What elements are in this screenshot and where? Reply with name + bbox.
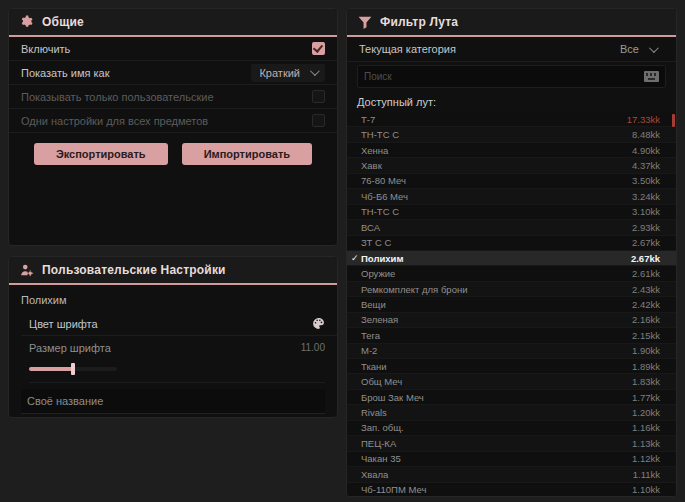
loot-item-value: 3.10kk bbox=[632, 206, 660, 217]
custom-settings-header: Пользовательские Настройки bbox=[9, 257, 337, 285]
search-placeholder: Поиск bbox=[364, 71, 392, 82]
export-button[interactable]: Экспортировать bbox=[34, 143, 168, 165]
loot-row[interactable]: ЗТ С С2.67kk bbox=[347, 236, 676, 251]
loot-row[interactable]: ТН-ТС С8.48kk bbox=[347, 127, 676, 142]
setting-label: Показать имя как bbox=[21, 67, 110, 79]
selected-item-label: Полихим bbox=[9, 285, 337, 312]
setting-row-only-custom: Показывать только пользовательские bbox=[9, 85, 337, 109]
loot-item-value: 1.11kk bbox=[633, 469, 660, 480]
export-import-row: Экспортировать Импортировать bbox=[9, 133, 337, 165]
general-panel: Общие Включить Показать имя как Краткий … bbox=[8, 8, 338, 246]
loot-row[interactable]: Оружие2.61kk bbox=[347, 266, 676, 281]
loot-item-name: ТН-ТС С bbox=[361, 206, 632, 217]
loot-item-value: 2.42kk bbox=[632, 299, 660, 310]
general-panel-header: Общие bbox=[9, 9, 337, 37]
loot-row[interactable]: Чб-110ПМ Меч1.10kk bbox=[347, 483, 676, 498]
loot-row[interactable]: 76-80 Меч3.50kk bbox=[347, 174, 676, 189]
slider-handle[interactable] bbox=[71, 363, 75, 375]
slider-fill bbox=[29, 367, 73, 371]
loot-row[interactable]: ТН-ТС С3.10kk bbox=[347, 205, 676, 220]
loot-item-value: 3.50kk bbox=[632, 175, 660, 186]
loot-item-name: ТН-ТС С bbox=[361, 129, 632, 140]
loot-row[interactable]: Хавк4.37kk bbox=[347, 158, 676, 173]
loot-item-value: 3.24kk bbox=[632, 191, 660, 202]
panel-title-general: Общие bbox=[42, 15, 84, 29]
loot-item-value: 1.12kk bbox=[632, 453, 660, 464]
loot-row[interactable]: Т-717.33kk bbox=[347, 112, 676, 127]
loot-item-value: 1.10kk bbox=[632, 484, 660, 495]
loot-item-value: 1.13kk bbox=[632, 438, 660, 449]
loot-item-value: 1.20kk bbox=[632, 407, 660, 418]
category-label: Текущая категория bbox=[359, 43, 456, 55]
font-color-label: Цвет шрифта bbox=[29, 318, 98, 330]
loot-item-name: Чб-110ПМ Меч bbox=[361, 484, 632, 495]
gear-icon bbox=[19, 15, 34, 30]
loot-item-name: ВСА bbox=[361, 222, 632, 233]
loot-item-name: Оружие bbox=[361, 268, 632, 279]
loot-item-name: Хенна bbox=[361, 145, 632, 156]
category-dropdown[interactable]: Все bbox=[612, 40, 664, 58]
setting-label: Одни настройки для всех предметов bbox=[21, 115, 208, 127]
loot-item-value: 2.16kk bbox=[632, 314, 660, 325]
palette-icon[interactable] bbox=[312, 317, 325, 330]
custom-name-input[interactable]: Своё название bbox=[21, 389, 325, 414]
search-input[interactable]: Поиск bbox=[357, 65, 666, 88]
loot-row[interactable]: Rivals1.20kk bbox=[347, 405, 676, 420]
category-row: Текущая категория Все bbox=[347, 37, 676, 62]
check-icon: ✓ bbox=[351, 253, 361, 263]
loot-row[interactable]: Зеленая2.16kk bbox=[347, 313, 676, 328]
loot-item-value: 1.16kk bbox=[632, 422, 660, 433]
keyboard-icon[interactable] bbox=[644, 71, 659, 82]
loot-item-name: ЗТ С С bbox=[361, 237, 632, 248]
chevron-down-icon bbox=[310, 66, 320, 76]
import-button[interactable]: Импортировать bbox=[182, 143, 312, 165]
loot-item-value: 1.77kk bbox=[632, 392, 660, 403]
loot-item-value: 1.90kk bbox=[632, 345, 660, 356]
setting-label: Показывать только пользовательские bbox=[21, 91, 214, 103]
loot-list-caption: Доступный лут: bbox=[347, 88, 676, 112]
loot-row[interactable]: Общ Меч1.83kk bbox=[347, 374, 676, 389]
loot-row[interactable]: ПЕЦ-КА1.13kk bbox=[347, 436, 676, 451]
funnel-icon bbox=[357, 15, 372, 30]
enable-checkbox[interactable] bbox=[312, 42, 325, 55]
loot-row[interactable]: ВСА2.93kk bbox=[347, 220, 676, 235]
loot-row[interactable]: М-21.90kk bbox=[347, 344, 676, 359]
loot-filter-header: Фильтр Лута bbox=[347, 9, 676, 37]
same-settings-checkbox[interactable] bbox=[312, 114, 325, 127]
loot-row[interactable]: ✓Полихим2.67kk bbox=[347, 251, 676, 266]
panel-title-custom: Пользовательские Настройки bbox=[42, 263, 226, 277]
loot-item-value: 2.43kk bbox=[632, 284, 660, 295]
loot-row[interactable]: Зап. общ.1.16kk bbox=[347, 421, 676, 436]
setting-row-same-settings: Одни настройки для всех предметов bbox=[9, 109, 337, 133]
loot-item-value: 17.33kk bbox=[627, 114, 660, 125]
loot-list: Т-717.33kkТН-ТС С8.48kkХенна4.90kkХавк4.… bbox=[347, 112, 676, 497]
loot-item-name: Тега bbox=[361, 330, 632, 341]
only-custom-checkbox[interactable] bbox=[312, 90, 325, 103]
loot-row[interactable]: Хвала1.11kk bbox=[347, 467, 676, 482]
loot-item-value: 2.67kk bbox=[631, 253, 660, 264]
scrollbar-thumb[interactable] bbox=[672, 114, 675, 127]
font-size-row: Размер шрифта 11.00 bbox=[21, 336, 337, 359]
loot-item-name: Полихим bbox=[361, 253, 631, 264]
loot-item-name: М-2 bbox=[361, 345, 632, 356]
loot-item-name: Хавк bbox=[361, 160, 632, 171]
category-value: Все bbox=[620, 43, 639, 55]
font-size-slider[interactable] bbox=[29, 364, 117, 374]
custom-settings-body: Полихим Цвет шрифта Размер шрифта 11.00 … bbox=[9, 285, 337, 418]
loot-row[interactable]: Ремкомплект для брони2.43kk bbox=[347, 282, 676, 297]
loot-row[interactable]: Брош Зак Меч1.77kk bbox=[347, 390, 676, 405]
loot-item-name: ПЕЦ-КА bbox=[361, 438, 632, 449]
loot-item-name: 76-80 Меч bbox=[361, 175, 632, 186]
loot-row[interactable]: Вещи2.42kk bbox=[347, 297, 676, 312]
loot-item-name: Брош Зак Меч bbox=[361, 392, 632, 403]
loot-row[interactable]: Ткани1.89kk bbox=[347, 359, 676, 374]
loot-row[interactable]: Чб-Б6 Меч3.24kk bbox=[347, 189, 676, 204]
loot-item-value: 8.48kk bbox=[632, 129, 660, 140]
loot-row[interactable]: Хенна4.90kk bbox=[347, 143, 676, 158]
loot-row[interactable]: Чакан 351.12kk bbox=[347, 452, 676, 467]
loot-item-name: Ткани bbox=[361, 361, 632, 372]
font-size-slider-wrap bbox=[29, 359, 325, 383]
loot-row[interactable]: Тега2.15kk bbox=[347, 328, 676, 343]
loot-item-name: Чб-Б6 Меч bbox=[361, 191, 632, 202]
name-mode-dropdown[interactable]: Краткий bbox=[251, 64, 325, 82]
